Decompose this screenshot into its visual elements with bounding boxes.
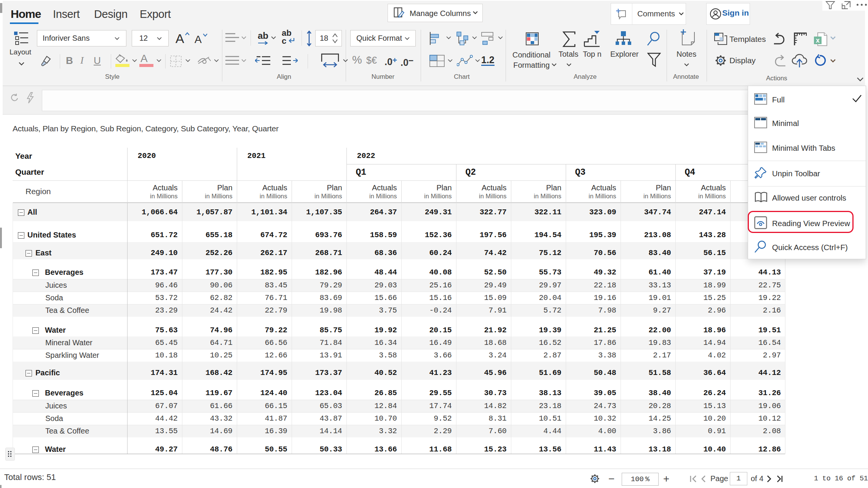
svg-text:x: x (816, 37, 820, 44)
